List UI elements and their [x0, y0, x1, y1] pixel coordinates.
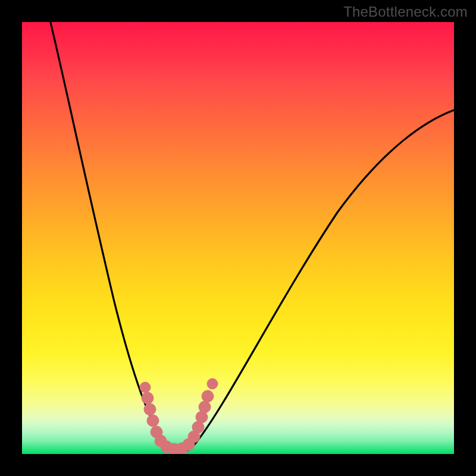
svg-point-1	[142, 392, 154, 404]
svg-point-13	[199, 401, 211, 413]
watermark-text: TheBottleneck.com	[343, 4, 468, 20]
highlight-cluster	[140, 378, 218, 454]
chart-frame: TheBottleneck.com	[0, 0, 476, 476]
svg-point-3	[147, 415, 159, 427]
svg-point-2	[144, 403, 156, 415]
plot-area	[22, 22, 454, 454]
svg-point-14	[202, 390, 214, 402]
svg-point-0	[140, 382, 151, 393]
svg-point-15	[207, 378, 218, 389]
bottleneck-curve-svg	[22, 22, 454, 454]
bottleneck-curve-path	[48, 22, 454, 453]
